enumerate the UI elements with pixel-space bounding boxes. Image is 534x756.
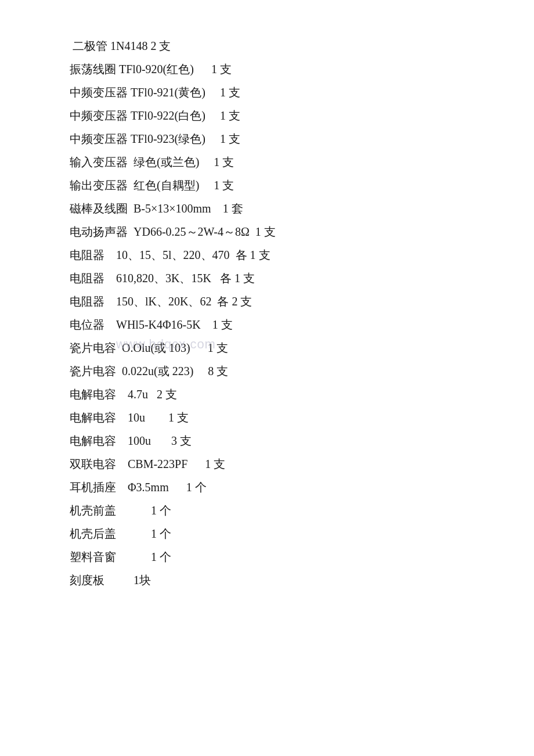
list-item: 输入变压器 绿色(或兰色) 1 支: [70, 151, 488, 173]
list-item: 电阻器 610,820、3K、15K 各 1 支: [70, 267, 488, 289]
list-item: 输出变压器 红色(自耦型) 1 支: [70, 174, 488, 196]
list-item: 电解电容 100u 3 支: [70, 430, 488, 452]
list-item: 磁棒及线圈 B-5×13×100mm 1 套: [70, 197, 488, 219]
list-item: 刻度板 1块: [70, 569, 488, 591]
list-item: 中频变压器 TFl0-923(绿色) 1 支: [70, 128, 488, 150]
list-item: 振荡线圈 TFl0-920(红色) 1 支: [70, 58, 488, 80]
list-item: 耳机插座 Φ3.5mm 1 个: [70, 476, 488, 498]
list-item: 电位器 WHl5-K4Φ16-5K 1 支: [70, 314, 488, 336]
item-list: 二极管 1N4148 2 支振荡线圈 TFl0-920(红色) 1 支中频变压器…: [70, 35, 488, 591]
list-item: 塑料音窗 1 个: [70, 546, 488, 568]
page-container: 二极管 1N4148 2 支振荡线圈 TFl0-920(红色) 1 支中频变压器…: [0, 0, 534, 627]
list-item: 中频变压器 TFl0-922(白色) 1 支: [70, 105, 488, 127]
list-item: 电阻器 10、15、5l、220、470 各 1 支: [70, 244, 488, 266]
list-item: 中频变压器 TFl0-921(黄色) 1 支: [70, 81, 488, 103]
list-item: 瓷片电容 0.022u(或 223) 8 支: [70, 360, 488, 382]
list-item: 机壳前盖 1 个: [70, 499, 488, 521]
list-item: 机壳后盖 1 个: [70, 523, 488, 545]
list-item: 电阻器 150、lK、20K、62 各 2 支: [70, 290, 488, 312]
list-item: 瓷片电容 O.Olu(或 103) 1 支: [70, 337, 488, 359]
list-item: 二极管 1N4148 2 支: [70, 35, 488, 57]
list-item: 双联电容 CBM-223PF 1 支: [70, 453, 488, 475]
list-item: 电解电容 10u 1 支: [70, 406, 488, 429]
list-item: 电动扬声器 YD66-0.25～2W-4～8Ω 1 支: [70, 221, 488, 243]
list-item: 电解电容 4.7u 2 支: [70, 383, 488, 405]
